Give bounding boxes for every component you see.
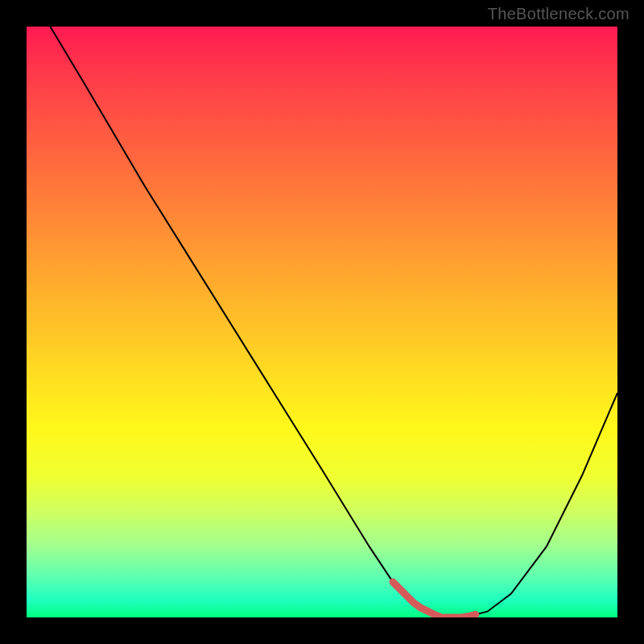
- bottleneck-curve: [50, 27, 617, 617]
- watermark-text: TheBottleneck.com: [488, 5, 630, 23]
- highlight-segment: [393, 582, 476, 617]
- curve-svg: [27, 27, 617, 617]
- chart-container: TheBottleneck.com: [0, 0, 644, 644]
- plot-area: [27, 27, 617, 617]
